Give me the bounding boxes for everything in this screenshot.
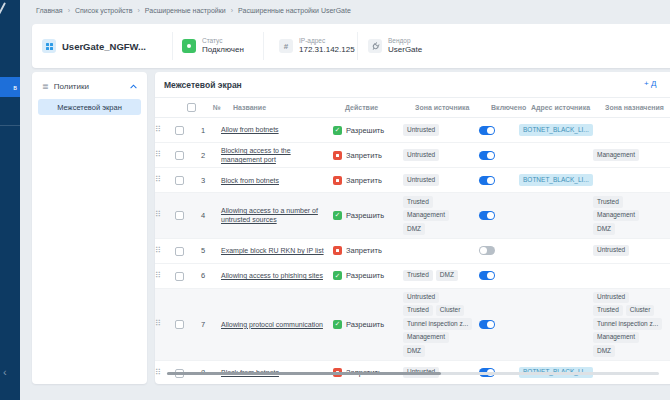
zone-chip: Cluster [436,305,465,316]
zone-chip-line: Trusted [403,196,471,207]
table-row: ⠿1Allow from botnets✓РазрешитьUntrustedB… [155,118,670,143]
zone-chip-line: BOTNET_BLACK_LI... [519,124,585,135]
drag-handle-icon[interactable]: ⠿ [155,272,175,280]
column-name: Название [233,104,345,111]
action-label: Запретить [346,246,382,255]
device-header-card: UserGate_NGFW... Статус Подключен # IP-а… [32,24,670,68]
chevron-up-icon[interactable] [130,84,137,89]
sidebar-section-policies[interactable]: ≣ Политики [38,79,141,94]
src-address-cell: BOTNET_BLACK_LI... [519,124,593,135]
src-address-cell: BOTNET_BLACK_LI... [519,174,593,185]
ip-label: IP-адрес [299,37,355,45]
zone-chip-line: Untrusted [593,245,661,256]
zone-chip-line: Management [403,210,471,221]
zone-chip: Trusted [593,196,623,207]
row-checkbox[interactable] [175,176,184,185]
collapse-sidebar-icon[interactable]: ‹ [3,366,7,378]
enabled-toggle[interactable] [479,320,495,329]
enabled-toggle[interactable] [479,151,495,160]
address-chip: BOTNET_BLACK_LI... [519,174,593,185]
add-rule-button[interactable]: + Д [644,79,656,88]
breadcrumb-separator-icon: › [137,7,139,14]
toggle-knob [487,127,494,134]
drag-handle-icon[interactable]: ⠿ [155,320,175,328]
table-body: ⠿1Allow from botnets✓РазрешитьUntrustedB… [155,118,670,384]
enabled-cell [479,271,519,280]
enabled-toggle[interactable] [479,211,495,220]
column-action: Действие [345,104,415,111]
table-row: ⠿4Allowing access to a number of untrust… [155,193,670,238]
zone-chip: Management [403,210,449,221]
drag-handle-icon[interactable]: ⠿ [155,151,175,159]
row-checkbox[interactable] [175,151,184,160]
row-checkbox[interactable] [175,320,184,329]
row-checkbox-cell [175,242,201,260]
breadcrumb-item[interactable]: Главная [36,7,63,14]
zone-chip: DMZ [593,345,615,356]
breadcrumb: Главная›Список устройств›Расширенные нас… [36,7,351,14]
drag-handle-icon[interactable]: ⠿ [155,211,175,219]
dst-zones-cell: Untrusted [593,245,669,256]
zone-chip: DMZ [403,345,425,356]
breadcrumb-item[interactable]: Расширенные настройки [145,7,226,14]
device-grid-icon [42,39,56,53]
rule-name-link[interactable]: Allowing access to phishing sites [221,271,333,280]
table-row: ⠿2Blocking access to the management port… [155,143,670,168]
drag-handle-icon[interactable]: ⠿ [155,176,175,184]
enabled-toggle[interactable] [479,246,495,255]
action-cell: ✓Разрешить [333,320,403,329]
allow-check-icon: ✓ [333,211,342,220]
action-cell: ✓Разрешить [333,211,403,220]
enabled-cell [479,246,519,255]
enabled-toggle[interactable] [479,126,495,135]
rail-divider [0,125,20,126]
nav-rail: в ‹ [0,0,20,400]
allow-check-icon: ✓ [333,271,342,280]
address-chip: BOTNET_BLACK_LI... [519,124,593,135]
row-number: 4 [201,211,221,220]
enabled-toggle[interactable] [479,271,495,280]
zone-chip: Tunnel inspection z... [403,318,472,329]
vendor-value: UserGate [388,45,422,55]
breadcrumb-item[interactable]: Список устройств [75,7,132,14]
table-row: ⠿7Allowing protocol communication✓Разреш… [155,289,670,361]
action-cell: ✓Разрешить [333,126,403,135]
rail-active-nav-item[interactable]: в [0,77,20,97]
allow-check-icon: ✓ [333,320,342,329]
select-all-checkbox[interactable] [187,103,196,112]
src-zones-cell: UntrustedTrustedClusterTunnel inspection… [403,292,479,357]
drag-handle-icon[interactable]: ⠿ [155,247,175,255]
ip-value: 172.31.142.125 [299,45,355,55]
zone-chip: Cluster [626,305,655,316]
zone-chip: DMZ [403,223,425,234]
firewall-card: Межсетевой экран + Д № Название Действие… [155,72,670,384]
zone-chip: Untrusted [593,245,629,256]
action-label: Разрешить [346,320,384,329]
rule-name-link[interactable]: Allowing access to a number of untrusted… [221,206,333,224]
app-logo-fragment [0,2,6,14]
rule-name-link[interactable]: Allow from botnets [221,125,333,134]
zone-chip-line: Management [593,210,661,221]
row-checkbox[interactable] [175,272,184,281]
row-checkbox[interactable] [175,247,184,256]
zone-chip: DMZ [436,270,458,281]
row-number: 2 [201,151,221,160]
zone-chip: Untrusted [403,292,439,303]
horizontal-scrollbar-thumb[interactable] [167,372,441,375]
policies-list-icon: ≣ [42,82,49,91]
zone-chip-line: BOTNET_BLACK_LI... [519,174,585,185]
rule-name-link[interactable]: Blocking access to the management port [221,146,333,164]
row-checkbox[interactable] [175,211,184,220]
column-dst-zone: Зона назначения [605,104,670,111]
status-label: Статус [202,37,244,45]
src-zones-cell: TrustedDMZ [403,270,479,281]
rule-name-link[interactable]: Block from botnets [221,176,333,185]
action-cell: Запретить [333,176,403,185]
drag-handle-icon[interactable]: ⠿ [155,126,175,134]
rule-name-link[interactable]: Allowing protocol communication [221,320,333,329]
sidebar-item-firewall[interactable]: Межсетевой экран [38,99,141,115]
enabled-toggle[interactable] [479,176,495,185]
rule-name-link[interactable]: Example block RU RKN by IP list [221,246,333,255]
row-checkbox[interactable] [175,126,184,135]
device-title: UserGate_NGFW... [62,41,146,52]
